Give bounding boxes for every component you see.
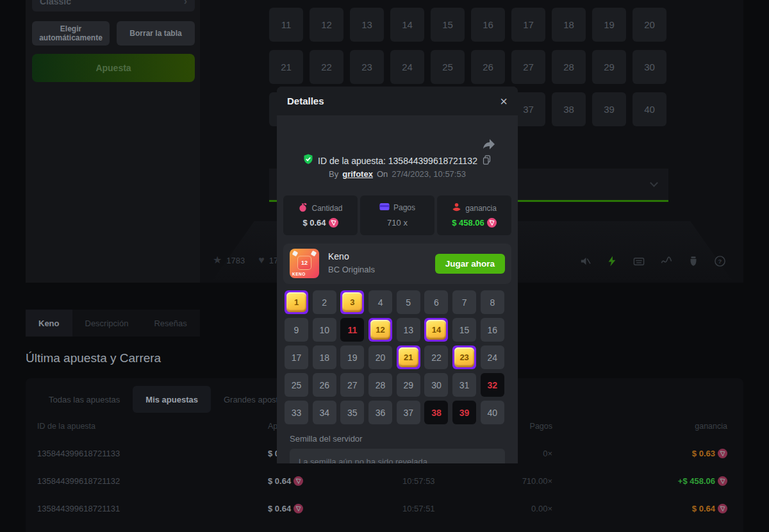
sound-off-icon[interactable] — [579, 255, 591, 267]
star-count: 1783 — [226, 256, 245, 265]
game-provider: BC Originals — [328, 265, 375, 274]
bets-tab-1[interactable]: Mis apuestas — [133, 386, 211, 413]
bet-time-cell: 10:57:51 — [402, 504, 435, 513]
star-icon[interactable]: ★ — [213, 255, 222, 265]
board-number-12[interactable]: 12 — [310, 8, 343, 42]
result-number-11: 11 — [340, 318, 364, 342]
game-mode-selector[interactable]: Classic › — [32, 0, 195, 12]
jackpot-icon[interactable] — [688, 255, 699, 267]
tab-rese-as[interactable]: Reseñas — [141, 310, 199, 337]
bet-id-text: ID de la apuesta: 135844399618721132 — [318, 156, 477, 166]
result-number-24: 24 — [481, 345, 504, 369]
bet-profit-cell: +$ 458.06 — [678, 476, 727, 486]
bet-row[interactable]: 135844399618721131$ 0.6410:57:510.00×$ 0… — [26, 504, 743, 517]
stat-profit: ganancia $ 458.06 — [437, 195, 511, 235]
wallet-icon — [379, 203, 390, 213]
bets-filter-tabs: Todas las apuestasMis apuestasGrandes ap… — [36, 386, 317, 413]
keno-tile-number: 12 — [297, 256, 311, 270]
board-number-14[interactable]: 14 — [390, 8, 424, 42]
board-number-26[interactable]: 26 — [471, 50, 505, 84]
board-number-27[interactable]: 27 — [511, 50, 545, 84]
close-icon[interactable]: × — [500, 95, 508, 108]
board-number-40[interactable]: 40 — [633, 92, 666, 126]
board-number-17[interactable]: 17 — [511, 8, 545, 42]
board-number-29[interactable]: 29 — [592, 50, 626, 84]
result-number-19: 19 — [340, 345, 364, 369]
result-number-40: 40 — [481, 401, 504, 424]
keno-game-thumbnail[interactable]: 12 KENO — [290, 249, 319, 278]
board-number-39[interactable]: 39 — [592, 92, 626, 126]
result-number-28: 28 — [368, 373, 392, 397]
tab-descripci-n[interactable]: Descripción — [72, 310, 142, 337]
board-number-18[interactable]: 18 — [552, 8, 586, 42]
stat-amount-value: $ 0.64 — [302, 218, 326, 228]
result-number-15: 15 — [452, 318, 476, 342]
result-number-3: 3 — [340, 290, 364, 314]
board-number-25[interactable]: 25 — [431, 50, 465, 84]
stat-amount: Cantidad $ 0.64 — [283, 195, 358, 235]
trx-coin-icon — [329, 218, 338, 228]
help-icon[interactable]: ? — [714, 255, 726, 267]
bet-button[interactable]: Apuesta — [32, 54, 195, 82]
board-number-30[interactable]: 30 — [633, 50, 666, 84]
board-number-20[interactable]: 20 — [633, 8, 666, 42]
bet-row[interactable]: 135844399618721132$ 0.6410:57:53710.00×+… — [26, 476, 743, 489]
keyboard-icon[interactable] — [633, 255, 645, 267]
result-number-18: 18 — [313, 345, 336, 369]
board-number-24[interactable]: 24 — [390, 50, 424, 84]
board-number-16[interactable]: 16 — [471, 8, 505, 42]
result-number-33: 33 — [285, 401, 308, 424]
heart-icon[interactable]: ♥ — [258, 255, 265, 265]
board-number-11[interactable]: 11 — [269, 8, 303, 42]
bet-details-modal: Detalles × ID de la apuesta: 13584439961… — [277, 87, 518, 463]
turbo-lightning-icon[interactable] — [606, 255, 618, 267]
result-number-27: 27 — [340, 373, 364, 397]
result-number-9: 9 — [285, 318, 308, 342]
copy-icon[interactable] — [482, 154, 492, 167]
result-number-30: 30 — [424, 373, 448, 397]
col-header-profit: ganancia — [695, 422, 727, 431]
board-number-15[interactable]: 15 — [431, 8, 465, 42]
auto-pick-button[interactable]: Elegir automáticamente — [32, 21, 110, 46]
play-now-button[interactable]: Jugar ahora — [435, 254, 505, 274]
result-number-23: 23 — [452, 345, 476, 369]
bet-id-cell: 135844399618721131 — [37, 504, 120, 513]
username-link[interactable]: grifotex — [342, 169, 373, 179]
result-number-37: 37 — [397, 401, 420, 424]
bet-controls-sidebar: Classic › Elegir automáticamente Borrar … — [26, 0, 200, 283]
result-number-7: 7 — [452, 290, 476, 314]
board-number-13[interactable]: 13 — [350, 8, 384, 42]
result-board: 1234567891011121314151617181920212223242… — [285, 290, 504, 424]
server-seed-field[interactable]: La semilla aún no ha sido revelada — [290, 449, 505, 463]
tab-keno[interactable]: Keno — [26, 310, 72, 337]
col-header-id: ID de la apuesta — [37, 422, 95, 431]
result-number-31: 31 — [452, 373, 476, 397]
bet-amount-cell: $ 0.64 — [268, 476, 303, 486]
bets-tab-0[interactable]: Todas las apuestas — [36, 386, 133, 413]
moneybag-icon — [298, 203, 308, 214]
result-number-29: 29 — [397, 373, 420, 397]
clear-table-button[interactable]: Borrar la tabla — [117, 21, 195, 46]
svg-text:?: ? — [718, 258, 722, 265]
bet-amount-cell: $ 0.64 — [268, 504, 303, 513]
stat-profit-value: $ 458.06 — [452, 218, 484, 228]
board-number-19[interactable]: 19 — [592, 8, 626, 42]
result-number-36: 36 — [368, 401, 392, 424]
game-card: 12 KENO Keno BC Originals Jugar ahora — [283, 244, 511, 284]
result-number-10: 10 — [313, 318, 336, 342]
result-number-25: 25 — [285, 373, 308, 397]
board-number-38[interactable]: 38 — [552, 92, 586, 126]
result-number-14: 14 — [424, 318, 448, 342]
board-number-28[interactable]: 28 — [552, 50, 586, 84]
stat-amount-label: Cantidad — [311, 204, 342, 213]
board-number-23[interactable]: 23 — [350, 50, 384, 84]
result-number-20: 20 — [368, 345, 392, 369]
bet-payout-cell: 710.00× — [469, 476, 552, 486]
result-number-17: 17 — [285, 345, 308, 369]
board-number-21[interactable]: 21 — [269, 50, 303, 84]
result-number-34: 34 — [313, 401, 336, 424]
bet-id-cell: 135844399618721133 — [37, 449, 120, 458]
share-icon[interactable] — [481, 137, 496, 153]
live-stats-icon[interactable] — [660, 255, 673, 267]
board-number-22[interactable]: 22 — [310, 50, 343, 84]
